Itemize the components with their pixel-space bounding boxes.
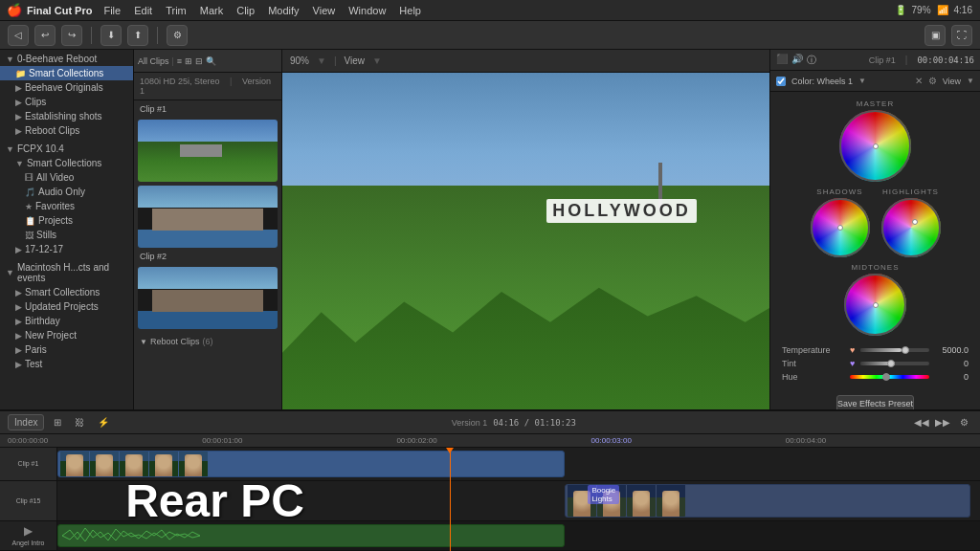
sidebar-item-stills[interactable]: 🖼 Stills bbox=[0, 228, 133, 242]
ruler-time-2: 00:00:02:00 bbox=[396, 436, 436, 445]
toolbar-arrow-btn[interactable]: ◁ bbox=[8, 25, 29, 46]
clip-block-audio[interactable] bbox=[57, 524, 565, 547]
sidebar-item-smart-collections-0[interactable]: 📁 Smart Collections bbox=[0, 66, 133, 80]
sidebar-item-favorites[interactable]: ★ Favorites bbox=[0, 199, 133, 213]
midtones-wheel[interactable] bbox=[844, 274, 906, 336]
track-content-1[interactable] bbox=[57, 481, 980, 520]
menu-modify[interactable]: Modify bbox=[268, 5, 299, 16]
timeline-snapping-btn[interactable]: ⚡ bbox=[94, 415, 113, 430]
close-btn[interactable]: ✕ bbox=[915, 76, 923, 86]
info-icon[interactable]: ⓘ bbox=[807, 54, 816, 67]
temperature-slider[interactable] bbox=[860, 348, 929, 352]
master-wheel[interactable] bbox=[839, 110, 911, 182]
list-view-btn[interactable]: ≡ bbox=[177, 56, 182, 66]
menu-file[interactable]: File bbox=[103, 5, 121, 16]
folder-icon: ▶ bbox=[15, 83, 22, 93]
temperature-value: 5000.0 bbox=[935, 345, 969, 355]
menu-help[interactable]: Help bbox=[399, 5, 421, 16]
grid-view-btn[interactable]: ⊞ bbox=[185, 56, 192, 66]
shadows-wheel[interactable] bbox=[811, 198, 870, 257]
clip-block-1[interactable] bbox=[565, 484, 970, 518]
timeline-link-btn[interactable]: ⛓ bbox=[71, 415, 88, 430]
sidebar-item-17-12-17[interactable]: ▶ 17-12-17 bbox=[0, 242, 133, 256]
timeline-track-0: Clip #1 bbox=[0, 448, 980, 481]
index-label[interactable]: Index bbox=[8, 414, 44, 430]
tint-slider[interactable] bbox=[860, 362, 929, 365]
sidebar-item-beehave-reboot[interactable]: ▼ 0-Beehave Reboot bbox=[0, 52, 133, 66]
zoom-in-btn[interactable]: ▶▶ bbox=[935, 417, 950, 428]
sidebar-item-beehave-originals[interactable]: ▶ Beehave Originals bbox=[0, 80, 133, 95]
sidebar-item-test[interactable]: ▶ Test bbox=[0, 357, 133, 371]
toolbar-share-btn[interactable]: ⬆ bbox=[127, 25, 148, 46]
sidebar-item-updated-projects[interactable]: ▶ Updated Projects bbox=[0, 299, 133, 314]
wheel-dot-shadows bbox=[837, 225, 843, 231]
menu-view[interactable]: View bbox=[313, 5, 336, 16]
section-triangle: ▼ bbox=[140, 338, 147, 346]
timeline-settings-btn[interactable]: ⚙ bbox=[956, 415, 972, 430]
zoom-out-btn[interactable]: ◀◀ bbox=[914, 417, 929, 428]
sidebar-item-smart-collections-2[interactable]: ▶ Smart Collections bbox=[0, 285, 133, 299]
timeline-track-audio: ▶ Angel Intro bbox=[0, 521, 980, 551]
menu-trim[interactable]: Trim bbox=[166, 5, 187, 16]
sidebar-item-reboot-clips[interactable]: ▶ Reboot Clips bbox=[0, 123, 133, 138]
sidebar-item-all-video[interactable]: 🎞 All Video bbox=[0, 170, 133, 185]
sidebar-label: Smart Collections bbox=[29, 68, 103, 78]
menu-clip[interactable]: Clip bbox=[236, 5, 255, 16]
toolbar-redo-btn[interactable]: ↪ bbox=[61, 25, 82, 46]
clip2-thumbnail-b[interactable] bbox=[138, 186, 278, 248]
menu-window[interactable]: Window bbox=[348, 5, 386, 16]
sidebar-item-smart-collections-1[interactable]: ▼ Smart Collections bbox=[0, 156, 133, 170]
toolbar-fullscreen-btn[interactable]: ⛶ bbox=[951, 25, 972, 46]
toolbar-render-btn[interactable]: ⚙ bbox=[167, 25, 188, 46]
color-icon[interactable]: ⬛ bbox=[776, 54, 788, 67]
menu-items: File Edit Trim Mark Clip Modify View Win… bbox=[103, 5, 421, 16]
mini-thumb bbox=[149, 451, 178, 477]
thumb-sky2 bbox=[138, 186, 278, 208]
apple-menu[interactable]: 🍎 bbox=[8, 4, 21, 17]
sidebar-item-audio-only[interactable]: 🎵 Audio Only bbox=[0, 185, 133, 199]
hue-label: Hue bbox=[782, 372, 844, 382]
sidebar-item-establishing[interactable]: ▶ Establishing shots bbox=[0, 109, 133, 123]
sidebar-item-birthday[interactable]: ▶ Birthday bbox=[0, 314, 133, 328]
track-content-0[interactable] bbox=[57, 448, 980, 480]
midtones-wheel-section: MIDTONES bbox=[844, 263, 906, 336]
sidebar-label: Establishing shots bbox=[25, 111, 102, 121]
track-content-audio[interactable] bbox=[57, 521, 980, 550]
filmstrip-view-btn[interactable]: ⊟ bbox=[195, 56, 203, 66]
sidebar-item-new-project[interactable]: ▶ New Project bbox=[0, 328, 133, 342]
color-wheels-checkbox[interactable] bbox=[776, 77, 786, 86]
sidebar-item-paris[interactable]: ▶ Paris bbox=[0, 342, 133, 357]
menu-edit[interactable]: Edit bbox=[134, 5, 152, 16]
hue-slider[interactable] bbox=[850, 375, 929, 379]
playhead[interactable] bbox=[450, 448, 451, 551]
clip1-thumbnail[interactable] bbox=[138, 120, 278, 182]
panel-time: 00:00:04:16 bbox=[917, 55, 974, 65]
clip-block-0[interactable] bbox=[57, 451, 565, 477]
format-label: 1080i HD 25i, Stereo bbox=[140, 77, 220, 86]
shadows-wheel-section: SHADOWS bbox=[811, 187, 870, 257]
temperature-fill bbox=[860, 348, 902, 352]
sidebar-item-fcpx104[interactable]: ▼ FCPX 10.4 bbox=[0, 142, 133, 156]
highlights-wheel[interactable] bbox=[881, 198, 941, 257]
toolbar-layout-btn[interactable]: ▣ bbox=[924, 25, 946, 46]
view-btn[interactable]: View bbox=[943, 77, 961, 86]
toolbar-import-btn[interactable]: ⬇ bbox=[100, 25, 122, 46]
sidebar-item-clips[interactable]: ▶ Clips bbox=[0, 95, 133, 109]
sidebar-label: Beehave Originals bbox=[25, 82, 103, 93]
clip2-thumbnail[interactable] bbox=[138, 267, 278, 329]
dropdown-arrow[interactable]: ▼ bbox=[858, 77, 866, 85]
timeline-layout-btn[interactable]: ⊞ bbox=[50, 415, 65, 430]
toolbar-undo-btn[interactable]: ↩ bbox=[34, 25, 56, 46]
audio-icon[interactable]: 🔊 bbox=[791, 54, 803, 67]
chevron-icon: ▼ bbox=[6, 268, 14, 277]
vi-hollywood-sign: HOLLYWOOD bbox=[546, 199, 696, 223]
menu-mark[interactable]: Mark bbox=[200, 5, 223, 16]
search-icon[interactable]: 🔍 bbox=[206, 56, 216, 66]
audio-icon: 🎵 bbox=[25, 187, 35, 197]
section-label[interactable]: ▼ Reboot Clips (6) bbox=[138, 333, 278, 348]
sidebar-item-macintosh[interactable]: ▼ Macintosh H...cts and events bbox=[0, 260, 133, 285]
settings-btn[interactable]: ⚙ bbox=[928, 76, 937, 86]
sidebar-item-projects[interactable]: 📋 Projects bbox=[0, 213, 133, 228]
play-pause-btn[interactable]: ▶ bbox=[24, 524, 33, 538]
viewer-view-btn[interactable]: View bbox=[345, 55, 366, 66]
